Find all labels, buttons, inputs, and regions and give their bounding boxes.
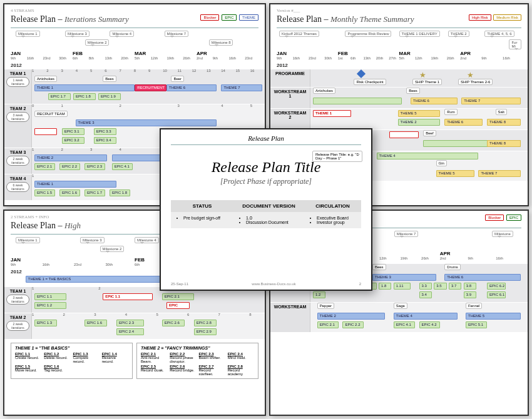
col-version: DOCUMENT VERSION [233, 200, 304, 212]
chip-label: Pepper [317, 303, 334, 309]
swimlane: TEAM 22 week iterations12345678EPIC 1.3E… [4, 313, 265, 339]
milestone-row: Milestone 1 Milestone 3 Milestone 2 Mile… [11, 31, 258, 51]
tag-medium-risk: Medium Risk [493, 14, 521, 21]
yellow-bar: THEME 7 [478, 170, 521, 177]
epic-bar: EPIC 3.3 [94, 128, 116, 135]
theme-bar: THEME 1 [34, 181, 116, 188]
chip-label: Gin [436, 160, 447, 166]
month-column: FEB1st6th13th20th27th [338, 51, 399, 60]
col-circulation: CIRCULATION [304, 200, 361, 212]
epic-bar: EPIC 2.1 [317, 321, 339, 328]
theme-bar: THEME 1 [34, 84, 135, 91]
risk-label: Risk Checkpoint [354, 79, 386, 85]
milestone: Milestone 4 [110, 31, 134, 37]
epic-bar: EPIC 1.7 [48, 93, 71, 100]
epic-bar: THEME 2 [398, 119, 441, 126]
milestone: THEME 4, 5, 6 [484, 31, 514, 37]
ship-label: SHIP Themes 2-6 [458, 79, 493, 85]
tag-theme: THEME [239, 14, 258, 21]
theme-bar: THEME 1 = THE BASICS [26, 276, 165, 283]
epic-bar: EPIC 1.8 [73, 93, 96, 100]
milestone: Milestone 8 [209, 39, 233, 46]
epic-bar: EPIC 2.1 [162, 293, 194, 300]
epic-bar: 1.8 [379, 283, 391, 290]
theme-description: THEME 2 = "FANCY TRIMMINGS"EPIC 2.1Anti-… [136, 343, 258, 379]
epic-bar: EPIC 6.1 [487, 291, 506, 298]
epic-bar: EPIC 1.7 [84, 189, 105, 196]
yellow-bar: THEME 6 [411, 98, 458, 104]
chip-label: Artichokes [313, 88, 335, 94]
swimlane: TEAM 11 week iterations12345678910111213… [4, 69, 265, 104]
chip-label: Rum [444, 109, 458, 115]
month-column: JAN9th16th23rd30th [11, 51, 73, 60]
month-column: MAR5th12th19th26th [135, 51, 197, 60]
milestone: Milestone 3 [65, 31, 90, 37]
status-cell: Pre budget sign-off [171, 212, 233, 228]
epic-bar: EPIC 2.2 [59, 163, 80, 170]
theme-bar: THEME 5 [466, 313, 521, 320]
ship-label: SHIP Theme 1 [412, 79, 442, 85]
slide-title-page: Release Plan Release Plan Title: e.g. "D… [160, 128, 372, 291]
slide-title: Release Plan – High [11, 221, 81, 230]
theme-bar: THEME 3 [372, 274, 436, 281]
footer-page: 2 [359, 282, 361, 286]
epic-bar: 3.3 [419, 283, 432, 290]
epic-bar: 3.4 [419, 291, 432, 298]
chip-label: Bees [103, 76, 116, 82]
yellow-bar: THEME 8 [487, 119, 521, 126]
lane-programme: PROGRAMME Risk Checkpoint ★ SHIP Theme 1… [270, 69, 528, 87]
month-column: JAN9th16th23rd30th [277, 51, 338, 60]
theme-bar: THEME 6 [166, 84, 217, 91]
epic-bar: EPIC 4.1 [112, 163, 133, 170]
epic-bar: EPIC 3.4 [94, 137, 116, 144]
milestone: Milestone 1 [16, 31, 40, 37]
chip-label: Beef [423, 130, 436, 136]
month-column: JAN9th16th23rd30th [11, 257, 135, 266]
legend-tags: High Risk Medium Risk [468, 14, 521, 21]
chip-label: Bees [406, 88, 420, 94]
slide-header: Version #___ High Risk Medium Risk Relea… [270, 4, 528, 26]
yellow-bar: THEME 7 [461, 98, 521, 104]
epic-bar: EPIC 5.1 [466, 321, 487, 328]
chip-label: Sage [394, 303, 407, 309]
swimlane: WORKSTREAM 2THEME 1THEME 5RumSaltTHEME 2… [270, 109, 528, 129]
yellow-bar: THEME 5 [436, 170, 474, 177]
tag-epic: EPIC [506, 215, 521, 221]
milestone: Milestone 4 [135, 237, 159, 243]
block-bar [389, 131, 419, 138]
month-column: MAR5th12th19th26th [399, 51, 461, 60]
epic-bar: 3.8 [464, 283, 476, 290]
milestone: Milestone 7 [394, 231, 419, 237]
tag-high-risk: High Risk [469, 14, 491, 21]
milestone: Milestone 3 [80, 237, 105, 243]
slide-title: Release Plan – Monthly Theme Summary [277, 14, 414, 24]
theme-bar: THEME 6 [444, 274, 521, 281]
milestone: Milestone 2 [85, 39, 110, 46]
epic-bar: 1.11 [394, 283, 411, 290]
epic-bar: THEME 4 [377, 153, 479, 159]
yellow-bar: THEME 8 [487, 140, 521, 147]
divider [11, 28, 258, 28]
block-bar: THEME 1 [313, 110, 351, 117]
theme-bar: THEME 3 [76, 119, 217, 126]
epic-bar: 3.9 [464, 291, 476, 298]
tag-epic: EPIC [222, 14, 237, 21]
slide-subtitle: Version #___ [277, 8, 521, 13]
footer-date: 25-Sep-11 [171, 282, 188, 286]
block-bar: EPIC 1.1 [103, 293, 153, 300]
milestone: Milestone 7 [165, 31, 189, 37]
month-column: FEB6th8th13th20th [73, 51, 135, 60]
epic-bar: EPIC 2.6 [162, 320, 185, 326]
tag-blocker: Blocker [200, 14, 219, 21]
yellow-bar: THEME 6 [444, 119, 483, 126]
epic-bar: EPIC 1.6 [59, 189, 80, 196]
epic-bar: 3.7 [449, 283, 461, 290]
theme-bar: THEME 4 [394, 313, 458, 320]
block-bar [34, 128, 57, 135]
milestone: Kickoff 2012 Themes [279, 31, 319, 37]
chip-label: Artichokes [34, 76, 57, 82]
slide-header: 4 STREAMS Blocker EPIC THEME Release Pla… [4, 4, 265, 26]
risk-checkpoint-icon [357, 69, 366, 78]
milestone: For Mi [509, 39, 521, 49]
epic-bar: EPIC 2.3 [84, 163, 105, 170]
